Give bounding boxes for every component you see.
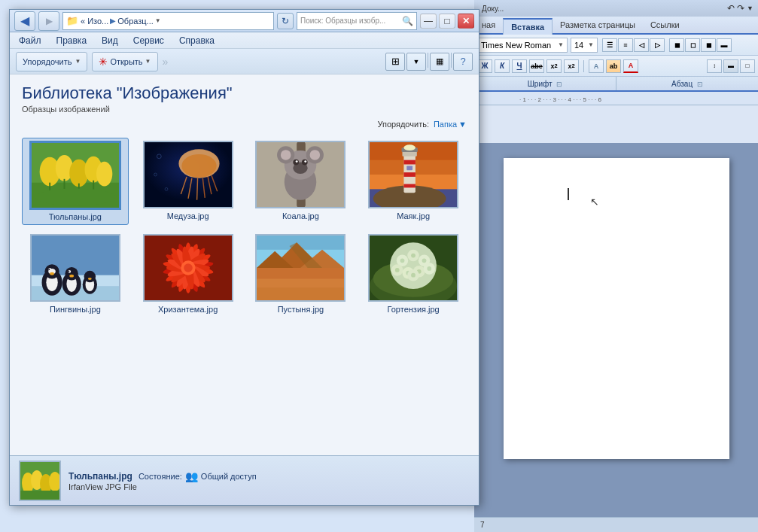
list-numbered-btn[interactable]: ≡ bbox=[618, 38, 633, 52]
font-section-expand[interactable]: ⊡ bbox=[556, 81, 562, 88]
file-item-hydrangea[interactable]: Гортензия.jpg bbox=[360, 231, 467, 317]
svg-point-107 bbox=[400, 258, 405, 263]
font-size-dropdown[interactable]: 14 ▼ bbox=[571, 38, 598, 53]
library-subtitle: Образцы изображений bbox=[22, 105, 467, 114]
search-icon[interactable]: 🔍 bbox=[402, 16, 413, 26]
minimize-btn[interactable]: — bbox=[420, 14, 437, 29]
menu-help[interactable]: Справка bbox=[176, 35, 218, 47]
path-arrow1: ▶ bbox=[110, 17, 116, 25]
subscript-btn[interactable]: x2 bbox=[546, 59, 562, 73]
open-arrow: ▼ bbox=[145, 58, 151, 65]
thumb-lighthouse bbox=[368, 141, 458, 208]
back-btn[interactable]: ◀ bbox=[14, 11, 35, 31]
status-thumbnail bbox=[19, 461, 61, 501]
thumb-koala bbox=[255, 141, 346, 208]
close-btn[interactable]: ✕ bbox=[458, 14, 474, 29]
svg-rect-48 bbox=[404, 184, 416, 188]
menu-view[interactable]: Вид bbox=[99, 35, 121, 47]
help-btn[interactable]: ? bbox=[453, 53, 473, 71]
font-color-btn[interactable]: A bbox=[623, 59, 638, 73]
sort-arrow-icon: ▼ bbox=[458, 120, 467, 129]
status-access: Состояние: 👥 Общий доступ bbox=[139, 470, 257, 482]
hydrangea-image bbox=[370, 234, 457, 302]
svg-point-109 bbox=[411, 254, 416, 258]
indent-less-btn[interactable]: ◁ bbox=[634, 38, 649, 52]
word-undo-icon[interactable]: ↶ bbox=[727, 3, 735, 14]
font-size-value: 14 bbox=[574, 41, 583, 50]
file-item-lighthouse[interactable]: Маяк.jpg bbox=[360, 138, 467, 225]
align-right-btn[interactable]: ◼ bbox=[701, 38, 716, 52]
menu-file[interactable]: Файл bbox=[16, 35, 44, 47]
search-bar[interactable]: Поиск: Образцы изобр... 🔍 bbox=[297, 12, 417, 30]
svg-point-32 bbox=[281, 150, 291, 160]
align-left-btn[interactable]: ◼ bbox=[669, 38, 684, 52]
view-buttons: ⊞ ▼ ▦ ? bbox=[385, 53, 473, 71]
word-redo-icon[interactable]: ↷ bbox=[737, 3, 744, 14]
svg-point-67 bbox=[68, 271, 69, 272]
address-dropdown[interactable]: ▼ bbox=[155, 17, 161, 24]
underline-btn[interactable]: Ч bbox=[512, 59, 527, 73]
word-content-area[interactable]: ↖ bbox=[474, 143, 758, 532]
view-dropdown-btn[interactable]: ▼ bbox=[406, 53, 426, 71]
font-section-label: Шрифт ⊡ bbox=[474, 80, 616, 88]
strikethrough-btn[interactable]: abe bbox=[529, 59, 544, 73]
bold-btn[interactable]: Ж bbox=[477, 59, 492, 73]
svg-point-64 bbox=[65, 267, 78, 280]
file-grid: Тюльпаны.jpg bbox=[10, 132, 479, 323]
folder-icon: 📁 bbox=[66, 15, 78, 26]
superscript-btn[interactable]: x2 bbox=[564, 59, 579, 73]
thumb-desert bbox=[255, 234, 346, 302]
svg-rect-101 bbox=[257, 287, 344, 300]
word-ribbon-section-labels: Шрифт ⊡ Абзац ⊡ bbox=[474, 77, 758, 92]
maximize-btn[interactable]: □ bbox=[439, 14, 455, 29]
thumb-penguins bbox=[30, 234, 120, 302]
refresh-btn[interactable]: ↻ bbox=[277, 13, 294, 29]
list-bullet-btn[interactable]: ☰ bbox=[602, 38, 617, 52]
align-justify-btn[interactable]: ▬ bbox=[717, 38, 732, 52]
font-name-dropdown[interactable]: Times New Roman ▼ bbox=[477, 38, 568, 53]
text-effects-btn[interactable]: A bbox=[589, 59, 604, 73]
file-item-jellyfish[interactable]: Медуза.jpg bbox=[135, 138, 242, 225]
shading-btn[interactable]: ▬ bbox=[723, 59, 738, 73]
menu-edit[interactable]: Правка bbox=[53, 35, 90, 47]
pane-btn[interactable]: ▦ bbox=[430, 53, 449, 71]
toolbar: Упорядочить ▼ ✳ Открыть ▼ » ⊞ ▼ ▦ ? bbox=[10, 49, 479, 74]
file-item-tulips[interactable]: Тюльпаны.jpg bbox=[22, 138, 129, 225]
svg-point-33 bbox=[310, 150, 321, 160]
align-center-btn[interactable]: ◻ bbox=[685, 38, 700, 52]
indent-more-btn[interactable]: ▷ bbox=[650, 38, 665, 52]
arrange-btn[interactable]: Упорядочить ▼ bbox=[16, 52, 87, 71]
tab-references[interactable]: Ссылки bbox=[643, 17, 687, 33]
text-cursor bbox=[568, 188, 569, 200]
file-item-desert[interactable]: Пустыня.jpg bbox=[248, 231, 355, 317]
file-item-chrysanthemum[interactable]: Хризантема.jpg bbox=[135, 231, 242, 317]
word-ribbon-font-row: Times New Roman ▼ 14 ▼ ☰ ≡ ◁ ▷ ◼ ◻ ◼ ▬ bbox=[474, 35, 758, 56]
word-qat-dropdown[interactable]: ▼ bbox=[747, 5, 753, 12]
word-ruler: · 1 · · · 2 · · · 3 · · · 4 · · · 5 · · … bbox=[474, 92, 758, 105]
explorer-window: ◀ ▶ 📁 « Изо... ▶ Образц... ▼ ↻ Поиск: Об… bbox=[9, 9, 479, 506]
status-info: Тюльпаны.jpg Состояние: 👥 Общий доступ I… bbox=[68, 470, 470, 491]
forward-btn[interactable]: ▶ bbox=[38, 11, 59, 31]
border-btn[interactable]: □ bbox=[740, 59, 755, 73]
menu-tools[interactable]: Сервис bbox=[130, 35, 167, 47]
thumb-tulips bbox=[30, 141, 120, 209]
paragraph-section-expand[interactable]: ⊡ bbox=[697, 81, 703, 88]
view-grid-btn[interactable]: ⊞ bbox=[385, 53, 405, 71]
file-item-koala[interactable]: Коала.jpg bbox=[248, 138, 355, 225]
tab-page-layout[interactable]: Разметка страницы bbox=[553, 17, 643, 33]
italic-btn[interactable]: К bbox=[495, 59, 510, 73]
highlight-btn[interactable]: ab bbox=[606, 59, 621, 73]
open-btn[interactable]: ✳ Открыть ▼ bbox=[92, 52, 157, 71]
svg-line-18 bbox=[196, 178, 197, 200]
address-path: « Изо... ▶ Образц... ▼ bbox=[81, 17, 161, 26]
library-title: Библиотека "Изображения" bbox=[22, 84, 467, 103]
toolbar-more-btn[interactable]: » bbox=[163, 56, 169, 68]
sort-value-link[interactable]: Папка ▼ bbox=[434, 120, 467, 129]
word-page-number: 7 bbox=[480, 521, 485, 529]
paragraph-spacing-btn[interactable]: ↕ bbox=[707, 59, 722, 73]
thumb-jellyfish bbox=[143, 141, 233, 208]
tab-insert[interactable]: Вставка bbox=[503, 18, 553, 35]
chrysanthemum-image bbox=[145, 234, 232, 302]
file-item-penguins[interactable]: Пингвины.jpg bbox=[22, 231, 129, 317]
sort-bar: Упорядочить: Папка ▼ bbox=[10, 117, 479, 132]
